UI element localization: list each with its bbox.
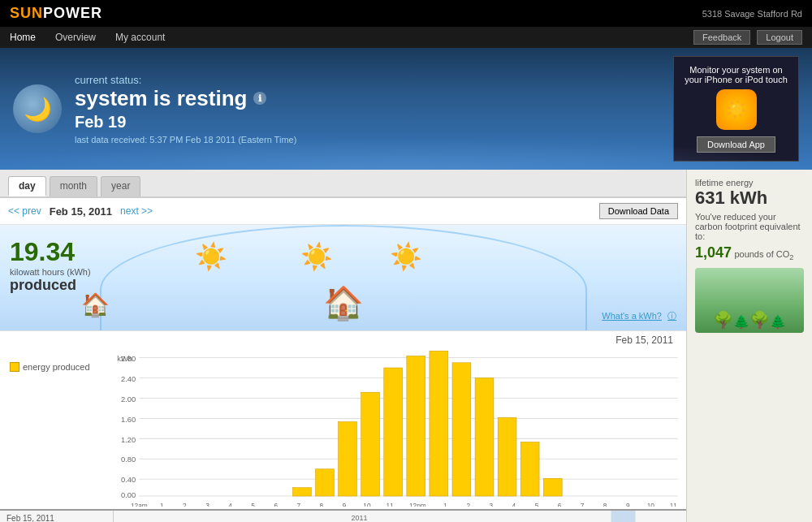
status-bar: 🌙 current status: system is resting ℹ Fe…	[0, 48, 812, 170]
mini-chart-area: Feb 15, 2011 lifetime production kWh 201…	[0, 509, 686, 522]
nav-left: Home Overview My account	[0, 28, 175, 47]
prev-link[interactable]: << prev	[8, 205, 41, 217]
status-main: system is resting ℹ	[75, 86, 673, 111]
kwh-unit: kilowatt hours (kWh)	[10, 267, 91, 277]
kwh-produced: produced	[10, 277, 91, 294]
feedback-button[interactable]: Feedback	[693, 30, 750, 45]
download-app-button[interactable]: Download App	[697, 136, 775, 153]
chart-container: energy produced 2.80 2.40 2.00 1.60 1.20…	[0, 346, 686, 509]
svg-text:1: 1	[443, 502, 447, 507]
svg-text:10: 10	[647, 502, 655, 507]
tabs: day month year	[0, 170, 686, 198]
svg-text:2.00: 2.00	[121, 395, 136, 403]
moon-icon: 🌙	[13, 84, 62, 133]
tree-icon-1: 🌳	[713, 310, 733, 330]
app-promo-text: Monitor your system on your iPhone or iP…	[682, 65, 790, 84]
bar-chart[interactable]: 2.80 2.40 2.00 1.60 1.20 0.80 0.40 0.00 …	[112, 346, 686, 509]
whats-kwh-link[interactable]: What's a kWh?	[602, 311, 662, 321]
logo: SUNPOWER	[10, 5, 102, 22]
svg-rect-26	[498, 417, 516, 496]
svg-rect-17	[293, 488, 312, 496]
app-icon: ☀️	[716, 89, 757, 130]
left-panel: day month year << prev Feb 15, 2011 next…	[0, 170, 686, 522]
svg-text:8: 8	[603, 502, 607, 507]
svg-rect-18	[316, 469, 335, 496]
svg-text:2: 2	[183, 502, 187, 507]
legend-label: energy produced	[23, 362, 90, 372]
current-date: Feb 15, 2011	[50, 205, 112, 218]
nav-overview[interactable]: Overview	[45, 28, 106, 47]
sun-icon-2: ☀️	[300, 241, 333, 272]
lifetime-energy-label: lifetime energy	[695, 178, 804, 188]
house-icon-small: 🏠	[81, 291, 110, 318]
svg-text:0.40: 0.40	[121, 476, 136, 484]
date-nav: << prev Feb 15, 2011 next >> Download Da…	[0, 198, 686, 225]
svg-rect-27	[520, 442, 539, 497]
svg-text:10: 10	[363, 502, 371, 507]
status-state: system is resting	[75, 86, 247, 111]
svg-text:6: 6	[274, 502, 278, 507]
logout-button[interactable]: Logout	[757, 30, 802, 45]
svg-text:5: 5	[251, 502, 255, 507]
last-data-value: 5:37 PM Feb 18 2011 (Eastern Time)	[149, 135, 296, 145]
svg-text:4: 4	[512, 502, 516, 507]
svg-text:11: 11	[386, 502, 394, 507]
info-circle[interactable]: ⓘ	[667, 311, 676, 321]
co2-display: 1,047 pounds of CO2	[695, 244, 804, 261]
whats-kwh: What's a kWh? ⓘ	[602, 310, 676, 322]
svg-text:1.20: 1.20	[121, 436, 136, 444]
tab-month[interactable]: month	[50, 176, 97, 196]
chart-area: Feb 15, 2011 energy produced 2.80 2.40 2…	[0, 330, 686, 509]
svg-text:2: 2	[466, 502, 470, 507]
svg-text:8: 8	[320, 502, 324, 507]
chart-legend: energy produced	[6, 346, 112, 509]
mini-chart-date: Feb 15, 2011	[6, 514, 106, 522]
info-icon[interactable]: ℹ	[253, 92, 266, 105]
right-panel: lifetime energy 631 kWh You've reduced y…	[686, 170, 812, 522]
svg-text:3: 3	[490, 502, 494, 507]
header-address: 5318 Savage Stafford Rd	[702, 9, 802, 19]
svg-rect-21	[384, 368, 403, 496]
svg-text:11: 11	[670, 502, 678, 507]
svg-text:0.80: 0.80	[121, 455, 136, 464]
svg-text:1: 1	[160, 502, 164, 507]
co2-intro-text: You've reduced your carbon footprint equ…	[695, 212, 804, 241]
kwh-value: 19.34	[10, 237, 91, 267]
page-header: SUNPOWER 5318 Savage Stafford Rd	[0, 0, 812, 27]
mini-chart-svg: 2011	[114, 511, 686, 522]
kwh-display: 19.34 kilowatt hours (kWh) produced	[10, 237, 91, 294]
next-link[interactable]: next >>	[120, 205, 153, 217]
co2-value: 1,047	[695, 244, 732, 261]
svg-rect-20	[361, 392, 380, 496]
svg-text:7: 7	[581, 502, 585, 507]
status-label: current status:	[75, 74, 673, 86]
nav-myaccount[interactable]: My account	[106, 28, 175, 47]
svg-text:9: 9	[626, 502, 630, 507]
svg-text:3: 3	[205, 502, 209, 507]
main-content: day month year << prev Feb 15, 2011 next…	[0, 170, 812, 522]
svg-text:2.40: 2.40	[121, 375, 136, 383]
svg-rect-19	[339, 422, 357, 496]
house-icon: 🏠	[323, 284, 364, 322]
svg-text:4: 4	[228, 502, 232, 507]
chart-header: Feb 15, 2011	[0, 331, 686, 346]
svg-text:7: 7	[296, 502, 300, 507]
app-promo: Monitor your system on your iPhone or iP…	[673, 56, 799, 162]
legend-color	[10, 362, 19, 372]
download-data-button[interactable]: Download Data	[599, 203, 678, 219]
tab-day[interactable]: day	[8, 176, 46, 196]
nav-home[interactable]: Home	[0, 28, 45, 47]
svg-text:kWh: kWh	[117, 355, 132, 363]
tree-icon-4: 🌲	[770, 314, 786, 330]
tab-year[interactable]: year	[101, 176, 140, 196]
svg-text:12am: 12am	[131, 502, 148, 507]
svg-text:2011: 2011	[352, 514, 368, 522]
svg-text:9: 9	[343, 502, 347, 507]
svg-rect-28	[543, 478, 562, 496]
svg-rect-24	[452, 363, 471, 496]
tree-icon-3: 🌳	[749, 310, 770, 330]
svg-rect-22	[407, 356, 425, 496]
co2-subscript: 2	[789, 253, 793, 261]
svg-text:5: 5	[535, 502, 539, 507]
sun-icon-1: ☀️	[195, 241, 227, 272]
